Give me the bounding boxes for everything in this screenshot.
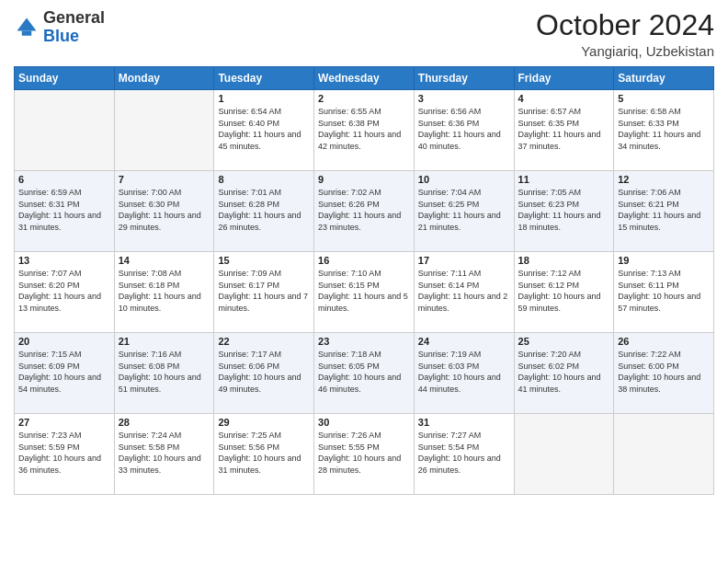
sunset-text: Sunset: 6:09 PM: [18, 362, 80, 371]
day-number: 8: [218, 174, 310, 185]
daylight-text: Daylight: 10 hours and 31 minutes.: [218, 454, 301, 475]
sunrise-text: Sunrise: 7:19 AM: [418, 350, 482, 359]
sunrise-text: Sunrise: 7:15 AM: [18, 350, 82, 359]
calendar-week-row: 13 Sunrise: 7:07 AM Sunset: 6:20 PM Dayl…: [15, 252, 714, 333]
calendar-cell: 18 Sunrise: 7:12 AM Sunset: 6:12 PM Dayl…: [514, 252, 614, 333]
calendar-cell: 7 Sunrise: 7:00 AM Sunset: 6:30 PM Dayli…: [114, 171, 214, 252]
day-number: 27: [18, 417, 110, 428]
daylight-text: Daylight: 11 hours and 5 minutes.: [318, 292, 408, 313]
sunrise-text: Sunrise: 6:56 AM: [418, 107, 482, 116]
sunset-text: Sunset: 5:55 PM: [318, 442, 380, 452]
day-number: 11: [518, 174, 610, 185]
daylight-text: Daylight: 10 hours and 51 minutes.: [119, 373, 201, 394]
cell-info: Sunrise: 7:04 AM Sunset: 6:25 PM Dayligh…: [418, 187, 510, 233]
sunrise-text: Sunrise: 6:57 AM: [518, 107, 582, 116]
cell-info: Sunrise: 7:19 AM Sunset: 6:03 PM Dayligh…: [418, 349, 510, 395]
weekday-header-tuesday: Tuesday: [214, 67, 314, 90]
day-number: 26: [618, 336, 710, 347]
sunrise-text: Sunrise: 7:08 AM: [119, 269, 182, 278]
day-number: 24: [418, 336, 510, 347]
svg-marker-0: [17, 17, 37, 30]
logo-icon: [14, 15, 40, 40]
sunrise-text: Sunrise: 7:26 AM: [318, 431, 381, 440]
calendar-cell: [15, 90, 115, 171]
sunset-text: Sunset: 6:28 PM: [218, 200, 279, 209]
sunset-text: Sunset: 5:58 PM: [119, 442, 180, 452]
sunset-text: Sunset: 6:33 PM: [618, 119, 679, 128]
daylight-text: Daylight: 11 hours and 2 minutes.: [418, 292, 508, 313]
calendar-cell: 17 Sunrise: 7:11 AM Sunset: 6:14 PM Dayl…: [414, 252, 514, 333]
cell-info: Sunrise: 7:08 AM Sunset: 6:18 PM Dayligh…: [119, 268, 210, 314]
calendar-cell: 16 Sunrise: 7:10 AM Sunset: 6:15 PM Dayl…: [314, 252, 415, 333]
weekday-header-thursday: Thursday: [414, 67, 514, 90]
sunset-text: Sunset: 6:18 PM: [119, 281, 180, 290]
sunset-text: Sunset: 6:38 PM: [318, 119, 380, 128]
cell-info: Sunrise: 7:01 AM Sunset: 6:28 PM Dayligh…: [218, 187, 310, 233]
cell-info: Sunrise: 7:10 AM Sunset: 6:15 PM Dayligh…: [318, 268, 410, 314]
sunset-text: Sunset: 5:59 PM: [18, 442, 80, 452]
day-number: 13: [18, 255, 110, 266]
logo-text: General Blue: [43, 9, 105, 46]
daylight-text: Daylight: 10 hours and 26 minutes.: [418, 454, 501, 475]
daylight-text: Daylight: 11 hours and 37 minutes.: [518, 130, 601, 151]
cell-info: Sunrise: 6:57 AM Sunset: 6:35 PM Dayligh…: [518, 106, 610, 152]
calendar-cell: 31 Sunrise: 7:27 AM Sunset: 5:54 PM Dayl…: [414, 414, 514, 495]
logo: General Blue: [14, 9, 105, 46]
title-location: Yangiariq, Uzbekistan: [536, 43, 714, 59]
daylight-text: Daylight: 10 hours and 57 minutes.: [618, 292, 700, 313]
weekday-header-saturday: Saturday: [614, 67, 714, 90]
calendar-cell: 2 Sunrise: 6:55 AM Sunset: 6:38 PM Dayli…: [314, 90, 415, 171]
header: General Blue October 2024 Yangiariq, Uzb…: [14, 9, 714, 59]
day-number: 30: [318, 417, 410, 428]
sunset-text: Sunset: 6:30 PM: [119, 200, 180, 209]
sunrise-text: Sunrise: 7:24 AM: [119, 431, 182, 440]
sunrise-text: Sunrise: 7:02 AM: [318, 188, 381, 197]
daylight-text: Daylight: 11 hours and 40 minutes.: [418, 130, 501, 151]
day-number: 31: [418, 417, 510, 428]
daylight-text: Daylight: 11 hours and 13 minutes.: [18, 292, 101, 313]
daylight-text: Daylight: 11 hours and 21 minutes.: [418, 211, 501, 232]
sunset-text: Sunset: 6:40 PM: [218, 119, 279, 128]
sunset-text: Sunset: 6:25 PM: [418, 200, 480, 209]
daylight-text: Daylight: 11 hours and 7 minutes.: [218, 292, 308, 313]
cell-info: Sunrise: 7:00 AM Sunset: 6:30 PM Dayligh…: [119, 187, 210, 233]
day-number: 23: [318, 336, 410, 347]
cell-info: Sunrise: 6:54 AM Sunset: 6:40 PM Dayligh…: [218, 106, 310, 152]
sunset-text: Sunset: 6:26 PM: [318, 200, 380, 209]
day-number: 21: [119, 336, 210, 347]
sunrise-text: Sunrise: 7:11 AM: [418, 269, 482, 278]
calendar-cell: 28 Sunrise: 7:24 AM Sunset: 5:58 PM Dayl…: [114, 414, 214, 495]
weekday-header-friday: Friday: [514, 67, 614, 90]
calendar-cell: [114, 90, 214, 171]
calendar-cell: 15 Sunrise: 7:09 AM Sunset: 6:17 PM Dayl…: [214, 252, 314, 333]
calendar-cell: 20 Sunrise: 7:15 AM Sunset: 6:09 PM Dayl…: [15, 333, 115, 414]
day-number: 25: [518, 336, 610, 347]
sunrise-text: Sunrise: 7:27 AM: [418, 431, 482, 440]
day-number: 12: [618, 174, 710, 185]
cell-info: Sunrise: 6:59 AM Sunset: 6:31 PM Dayligh…: [18, 187, 110, 233]
calendar-cell: 10 Sunrise: 7:04 AM Sunset: 6:25 PM Dayl…: [414, 171, 514, 252]
sunrise-text: Sunrise: 7:23 AM: [18, 431, 82, 440]
sunset-text: Sunset: 6:14 PM: [418, 281, 480, 290]
weekday-header-sunday: Sunday: [15, 67, 115, 90]
cell-info: Sunrise: 7:11 AM Sunset: 6:14 PM Dayligh…: [418, 268, 510, 314]
calendar-header-row: SundayMondayTuesdayWednesdayThursdayFrid…: [15, 67, 714, 90]
cell-info: Sunrise: 7:22 AM Sunset: 6:00 PM Dayligh…: [618, 349, 710, 395]
sunset-text: Sunset: 6:36 PM: [418, 119, 480, 128]
day-number: 14: [119, 255, 210, 266]
calendar-cell: 6 Sunrise: 6:59 AM Sunset: 6:31 PM Dayli…: [15, 171, 115, 252]
daylight-text: Daylight: 11 hours and 45 minutes.: [218, 130, 301, 151]
cell-info: Sunrise: 7:17 AM Sunset: 6:06 PM Dayligh…: [218, 349, 310, 395]
calendar-cell: 26 Sunrise: 7:22 AM Sunset: 6:00 PM Dayl…: [614, 333, 714, 414]
title-month: October 2024: [536, 9, 714, 41]
daylight-text: Daylight: 10 hours and 46 minutes.: [318, 373, 401, 394]
daylight-text: Daylight: 10 hours and 28 minutes.: [318, 454, 401, 475]
day-number: 20: [18, 336, 110, 347]
calendar-week-row: 1 Sunrise: 6:54 AM Sunset: 6:40 PM Dayli…: [15, 90, 714, 171]
calendar-cell: 19 Sunrise: 7:13 AM Sunset: 6:11 PM Dayl…: [614, 252, 714, 333]
weekday-header-monday: Monday: [114, 67, 214, 90]
calendar-cell: 23 Sunrise: 7:18 AM Sunset: 6:05 PM Dayl…: [314, 333, 415, 414]
day-number: 28: [119, 417, 210, 428]
day-number: 2: [318, 93, 410, 104]
sunset-text: Sunset: 6:02 PM: [518, 362, 580, 371]
